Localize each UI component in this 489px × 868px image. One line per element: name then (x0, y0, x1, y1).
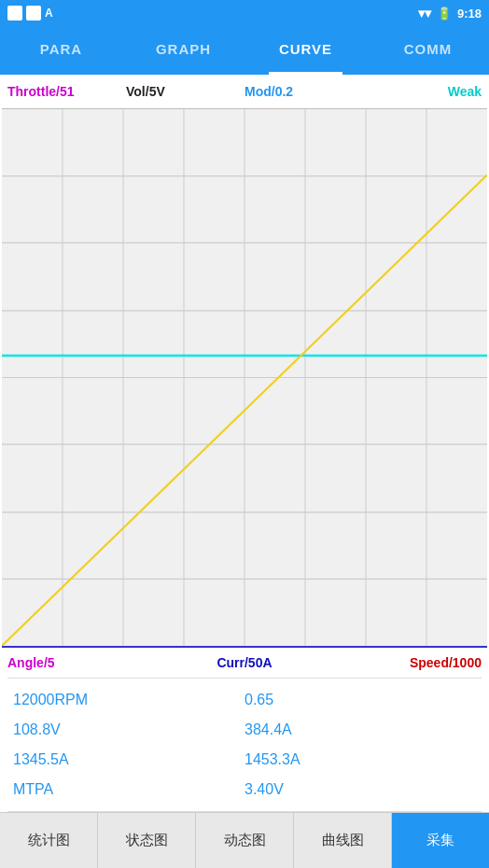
label-speed: Speed/1000 (324, 655, 482, 670)
data-item-0-value: 0.65 (244, 686, 476, 714)
status-bar: A ▾▾ 🔋 9:18 (0, 0, 489, 26)
data-item-3-value: 3.40V (244, 776, 476, 804)
chart-labels-bottom: Angle/5 Curr/50A Speed/1000 (0, 648, 489, 678)
label-throttle: Throttle/51 (7, 84, 126, 99)
battery-icon: 🔋 (437, 7, 452, 21)
data-item-0-label: 12000RPM (13, 686, 244, 714)
data-item-1-value: 384.4A (244, 716, 476, 744)
chart-svg (2, 109, 487, 646)
label-angle: Angle/5 (7, 655, 165, 670)
data-item-2-value: 1453.3A (244, 746, 476, 774)
label-vol: Vol/5V (126, 84, 244, 99)
label-weak: Weak (363, 84, 482, 99)
nav-status[interactable]: 状态图 (98, 813, 196, 868)
label-curr: Curr/50A (165, 655, 323, 670)
bottom-nav: 统计图 状态图 动态图 曲线图 采集 (0, 812, 489, 868)
network-icon: A (45, 7, 53, 20)
data-section: 12000RPM 0.65 108.8V 384.4A 1345.5A 1453… (0, 679, 489, 811)
wifi-icon: ▾▾ (418, 6, 431, 21)
status-icons-right: ▾▾ 🔋 9:18 (418, 6, 482, 21)
tab-comm[interactable]: COMM (367, 26, 489, 72)
tab-graph[interactable]: GRAPH (122, 26, 244, 72)
data-item-2-label: 1345.5A (13, 746, 244, 774)
nav-collect[interactable]: 采集 (392, 813, 489, 868)
data-item-3-label: MTPA (13, 776, 244, 804)
tab-para[interactable]: PARA (0, 26, 122, 72)
icon-sq2 (26, 6, 41, 21)
chart-area (2, 108, 487, 648)
icon-sq1 (7, 6, 22, 21)
tab-curve[interactable]: CURVE (244, 26, 367, 72)
time-display: 9:18 (457, 7, 482, 21)
data-item-1-label: 108.8V (13, 716, 244, 744)
nav-dynamic[interactable]: 动态图 (196, 813, 294, 868)
label-mod: Mod/0.2 (244, 84, 363, 99)
tab-bar: PARA GRAPH CURVE COMM (0, 26, 489, 75)
chart-labels-top: Throttle/51 Vol/5V Mod/0.2 Weak (0, 75, 489, 108)
status-icons-left: A (7, 6, 53, 21)
nav-curve[interactable]: 曲线图 (294, 813, 392, 868)
nav-stats[interactable]: 统计图 (0, 813, 98, 868)
